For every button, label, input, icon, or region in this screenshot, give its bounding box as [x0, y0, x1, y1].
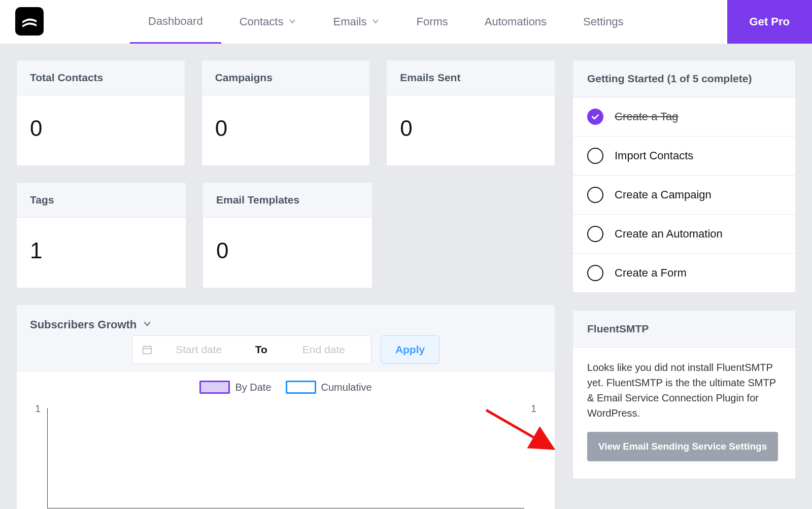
apply-button[interactable]: Apply	[381, 335, 439, 364]
growth-title: Subscribers Growth	[30, 318, 137, 331]
gs-label: Create a Form	[615, 266, 687, 280]
chevron-down-icon[interactable]	[143, 319, 152, 330]
stat-emails-sent[interactable]: Emails Sent 0	[386, 60, 555, 166]
plot-box	[47, 408, 524, 508]
circle-icon	[587, 148, 603, 164]
gs-label: Create a Tag	[615, 110, 679, 123]
logo-icon	[19, 11, 40, 31]
date-to-label: To	[255, 344, 267, 356]
gs-item-create-tag[interactable]: Create a Tag	[573, 97, 795, 137]
subscribers-growth-panel: Subscribers Growth Start date To End dat…	[16, 304, 555, 509]
chevron-down-icon	[288, 15, 296, 28]
nav-automations[interactable]: Automations	[466, 0, 565, 44]
smtp-button-label: View Email Sending Service Settings	[598, 441, 767, 452]
stat-value: 0	[203, 218, 372, 288]
nav-label: Contacts	[240, 15, 284, 28]
stat-campaigns[interactable]: Campaigns 0	[201, 60, 370, 166]
swatch-cumulative	[286, 381, 316, 394]
ytick-left: 1	[35, 403, 41, 415]
stat-label: Total Contacts	[17, 60, 185, 95]
gs-item-create-form[interactable]: Create a Form	[573, 254, 795, 292]
nav-emails[interactable]: Emails	[315, 0, 398, 44]
chart-legend: By Date Cumulative	[17, 371, 555, 399]
fluentsmtp-panel: FluentSMTP Looks like you did not instal…	[572, 310, 796, 479]
stat-value: 0	[202, 95, 370, 165]
check-icon	[587, 109, 603, 125]
stat-email-templates[interactable]: Email Templates 0	[202, 182, 373, 288]
gs-item-import-contacts[interactable]: Import Contacts	[573, 137, 795, 176]
gs-item-create-automation[interactable]: Create an Automation	[573, 215, 795, 254]
stat-label: Campaigns	[202, 60, 370, 95]
get-pro-button[interactable]: Get Pro	[727, 0, 812, 44]
circle-icon	[587, 265, 603, 281]
legend-label: By Date	[235, 382, 271, 393]
gs-item-create-campaign[interactable]: Create a Campaign	[573, 176, 795, 215]
legend-cumulative[interactable]: Cumulative	[286, 381, 372, 394]
get-pro-label: Get Pro	[750, 15, 790, 28]
gs-label: Create an Automation	[615, 227, 723, 241]
stat-label: Emails Sent	[387, 60, 555, 95]
svg-rect-0	[143, 347, 152, 354]
ytick-right: 1	[531, 403, 536, 415]
circle-icon	[587, 226, 603, 242]
nav-settings[interactable]: Settings	[565, 0, 642, 44]
nav-label: Forms	[416, 15, 448, 28]
nav-label: Emails	[333, 15, 366, 28]
start-date-placeholder: Start date	[161, 344, 237, 356]
date-range-picker[interactable]: Start date To End date	[132, 335, 371, 364]
app-logo[interactable]	[15, 7, 44, 36]
nav-forms[interactable]: Forms	[398, 0, 466, 44]
getting-started-title: Getting Started (1 of 5 complete)	[573, 60, 795, 97]
stat-value: 0	[17, 95, 185, 165]
getting-started-panel: Getting Started (1 of 5 complete) Create…	[572, 60, 796, 293]
view-smtp-settings-button[interactable]: View Email Sending Service Settings	[587, 432, 778, 461]
nav-label: Dashboard	[148, 15, 203, 28]
stat-label: Tags	[17, 183, 186, 218]
nav-label: Settings	[583, 15, 624, 28]
circle-icon	[587, 187, 603, 203]
smtp-title: FluentSMTP	[573, 311, 795, 348]
gs-label: Create a Campaign	[615, 188, 712, 201]
nav-dashboard[interactable]: Dashboard	[130, 0, 221, 44]
calendar-icon	[142, 344, 153, 355]
swatch-bydate	[199, 381, 230, 394]
end-date-placeholder: End date	[286, 344, 362, 356]
smtp-description: Looks like you did not install FluentSMT…	[587, 360, 781, 421]
stat-value: 0	[387, 95, 555, 165]
stat-value: 1	[17, 218, 186, 288]
legend-label: Cumulative	[321, 382, 372, 393]
apply-label: Apply	[395, 344, 425, 356]
stat-label: Email Templates	[203, 183, 372, 218]
legend-bydate[interactable]: By Date	[199, 381, 271, 394]
chart-area: 1 1	[17, 399, 555, 509]
stat-tags[interactable]: Tags 1	[16, 182, 186, 288]
stat-total-contacts[interactable]: Total Contacts 0	[16, 60, 185, 166]
nav-contacts[interactable]: Contacts	[221, 0, 315, 44]
chevron-down-icon	[371, 15, 380, 28]
nav-label: Automations	[485, 15, 547, 28]
gs-label: Import Contacts	[615, 149, 693, 162]
